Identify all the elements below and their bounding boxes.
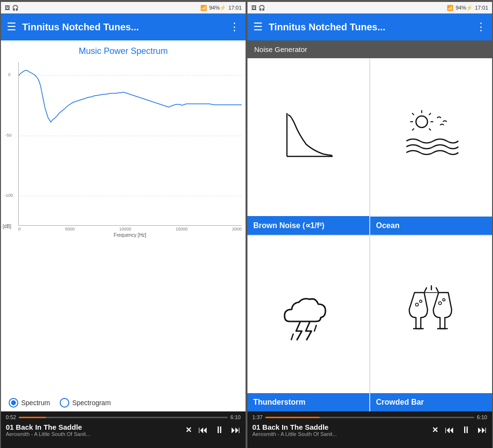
status-right-1: 📶 94%⚡ 17:01 bbox=[200, 5, 242, 11]
wifi-icon: 📶 bbox=[200, 5, 207, 11]
brown-noise-label: Brown Noise (∝1/f²) bbox=[247, 216, 369, 235]
spectrum-radio-label: Spectrum bbox=[21, 399, 50, 407]
time-end-1: 6:10 bbox=[231, 414, 241, 420]
player-title-1: 01 Back In The Saddle bbox=[6, 423, 90, 431]
y-axis-label: Audio Spectrum [dB] bbox=[1, 224, 11, 229]
headphones-icon: 🎧 bbox=[12, 5, 19, 11]
shuffle-button-1[interactable]: ✕ bbox=[185, 425, 192, 435]
ocean-img bbox=[370, 58, 492, 217]
player-text-2: 01 Back In The Saddle Aerosmith - A Litt… bbox=[252, 423, 337, 437]
y-label-100: -100 bbox=[4, 193, 13, 198]
player-text-1: 01 Back In The Saddle Aerosmith - A Litt… bbox=[6, 423, 90, 437]
top-bar-2: ☰ Tinnitus Notched Tunes... ⋮ bbox=[247, 13, 492, 40]
hamburger-button-2[interactable]: ☰ bbox=[253, 21, 263, 33]
spectrum-radio-circle[interactable] bbox=[9, 398, 18, 408]
time-start-2: 1:37 bbox=[252, 414, 262, 420]
photo-icon: 🖼 bbox=[5, 5, 10, 11]
svg-line-7 bbox=[412, 113, 414, 115]
svg-line-18 bbox=[425, 288, 427, 292]
time-text-2: 17:01 bbox=[475, 5, 488, 11]
battery-text: 94%⚡ bbox=[209, 5, 226, 11]
more-button-2[interactable]: ⋮ bbox=[476, 21, 486, 33]
player-controls-2: ✕ ⏮ ⏸ ⏭ bbox=[432, 424, 487, 435]
noise-grid: Brown Noise (∝1/f²) bbox=[247, 58, 492, 411]
thunderstorm-icon bbox=[275, 283, 342, 346]
x-axis-labels: 0 5000 10000 15000 2000 bbox=[18, 226, 242, 231]
progress-fill-1 bbox=[19, 417, 46, 418]
status-left-1: 🖼 🎧 bbox=[5, 5, 19, 11]
photo-icon-2: 🖼 bbox=[251, 5, 257, 11]
thunderstorm-img bbox=[247, 236, 369, 394]
pause-button-2[interactable]: ⏸ bbox=[461, 424, 471, 435]
svg-point-16 bbox=[442, 299, 445, 301]
player-bar-1: 0:52 6:10 01 Back In The Saddle Aerosmit… bbox=[1, 411, 246, 448]
x-label-20000: 2000 bbox=[232, 227, 242, 231]
status-left-2: 🖼 🎧 bbox=[251, 5, 265, 11]
noise-gen-bar: Noise Generator bbox=[247, 40, 492, 58]
time-text: 17:01 bbox=[228, 5, 242, 11]
chart-title: Music Power Spectrum bbox=[1, 46, 246, 56]
chart-area: Audio Spectrum [dB] 0 -50 -100 bbox=[1, 58, 246, 394]
progress-fill-2 bbox=[265, 417, 320, 418]
time-start-1: 0:52 bbox=[6, 414, 16, 420]
screen-2: 🖼 🎧 📶 94%⚡ 17:01 ☰ Tinnitus Notched Tune… bbox=[247, 2, 492, 448]
crowded-bar-label: Crowded Bar bbox=[370, 393, 492, 411]
thunderstorm-label: Thunderstorm bbox=[247, 393, 369, 411]
noise-cell-thunderstorm[interactable]: Thunderstorm bbox=[247, 236, 369, 412]
spectrogram-radio[interactable]: Spectrogram bbox=[60, 398, 111, 408]
svg-line-6 bbox=[429, 128, 431, 130]
more-button-1[interactable]: ⋮ bbox=[229, 21, 240, 33]
svg-line-9 bbox=[412, 128, 414, 130]
prev-button-2[interactable]: ⏮ bbox=[445, 424, 454, 435]
spectrogram-radio-label: Spectrogram bbox=[72, 399, 111, 407]
player-controls-1: ✕ ⏮ ⏸ ⏭ bbox=[185, 424, 241, 435]
y-label-0: 0 bbox=[8, 72, 11, 77]
headphones-icon-2: 🎧 bbox=[259, 5, 265, 11]
prev-button-1[interactable]: ⏮ bbox=[198, 424, 208, 435]
top-bar-1: ☰ Tinnitus Notched Tunes... ⋮ bbox=[1, 13, 246, 40]
ocean-label: Ocean bbox=[370, 217, 492, 235]
screen-1: 🖼 🎧 📶 94%⚡ 17:01 ☰ Tinnitus Notched Tune… bbox=[1, 2, 246, 448]
noise-cell-brown[interactable]: Brown Noise (∝1/f²) bbox=[247, 58, 369, 235]
x-axis-title: Frequency [Hz] bbox=[18, 232, 242, 238]
player-subtitle-2: Aerosmith - A Little South Of Sanit... bbox=[252, 431, 337, 437]
wifi-icon-2: 📶 bbox=[447, 5, 454, 11]
svg-point-15 bbox=[439, 302, 441, 305]
x-label-15000: 15000 bbox=[176, 227, 188, 231]
spectrum-svg bbox=[19, 62, 242, 225]
next-button-2[interactable]: ⏭ bbox=[478, 424, 487, 435]
y-label-50: -50 bbox=[5, 133, 12, 138]
chart-container: 0 -50 -100 bbox=[18, 62, 242, 226]
app-title-2: Tinnitus Notched Tunes... bbox=[269, 22, 470, 33]
pause-button-1[interactable]: ⏸ bbox=[215, 424, 224, 435]
progress-row-1: 0:52 6:10 bbox=[6, 414, 241, 420]
svg-point-2 bbox=[416, 116, 428, 128]
svg-line-20 bbox=[436, 288, 438, 292]
app-title-1: Tinnitus Notched Tunes... bbox=[22, 22, 223, 33]
noise-cell-crowded-bar[interactable]: Crowded Bar bbox=[370, 236, 492, 412]
brown-noise-img bbox=[247, 58, 369, 216]
svg-line-4 bbox=[429, 113, 431, 115]
next-button-1[interactable]: ⏭ bbox=[231, 424, 241, 435]
spectrogram-radio-circle[interactable] bbox=[60, 398, 69, 408]
x-label-5000: 5000 bbox=[65, 227, 75, 231]
battery-text-2: 94%⚡ bbox=[455, 5, 473, 11]
time-end-2: 6:10 bbox=[477, 414, 487, 420]
status-right-2: 📶 94%⚡ 17:01 bbox=[447, 5, 488, 11]
spectrum-screen: Music Power Spectrum Audio Spectrum [dB]… bbox=[1, 40, 246, 411]
svg-line-11 bbox=[314, 325, 316, 331]
player-title-2: 01 Back In The Saddle bbox=[252, 423, 337, 431]
crowded-bar-img bbox=[370, 236, 492, 394]
progress-track-2[interactable] bbox=[265, 417, 474, 418]
player-subtitle-1: Aerosmith - A Little South Of Sanit... bbox=[6, 431, 90, 437]
hamburger-button[interactable]: ☰ bbox=[7, 21, 16, 33]
status-bar-2: 🖼 🎧 📶 94%⚡ 17:01 bbox=[247, 2, 492, 13]
progress-track-1[interactable] bbox=[19, 417, 227, 418]
spectrum-radio[interactable]: Spectrum bbox=[9, 398, 50, 408]
svg-point-13 bbox=[419, 300, 422, 303]
shuffle-button-2[interactable]: ✕ bbox=[432, 425, 438, 435]
brown-noise-icon bbox=[280, 108, 337, 166]
x-label-0: 0 bbox=[18, 227, 21, 231]
player-info-1: 01 Back In The Saddle Aerosmith - A Litt… bbox=[6, 423, 241, 437]
noise-cell-ocean[interactable]: Ocean bbox=[370, 58, 492, 235]
